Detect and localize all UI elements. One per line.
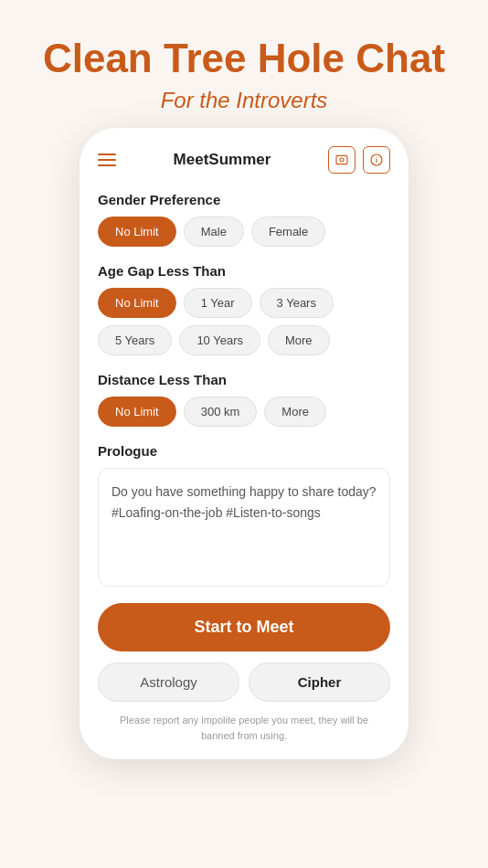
prologue-line1: Do you have something happy to share tod… [111,482,377,502]
age-3-years[interactable]: 3 Years [260,288,334,318]
svg-point-1 [340,158,344,162]
prologue-line2: #Loafing-on-the-job #Listen-to-songs [111,503,377,523]
distance-more[interactable]: More [264,397,326,427]
main-title: Clean Tree Hole Chat [43,37,445,80]
prologue-box[interactable]: Do you have something happy to share tod… [98,468,390,587]
nav-title: MeetSummer [174,151,271,169]
svg-point-4 [376,157,377,158]
cipher-button[interactable]: Cipher [249,662,390,702]
info-icon-btn[interactable] [363,146,390,174]
nav-icons [328,146,390,174]
bottom-buttons: Astrology Cipher [98,662,390,702]
age-10-years[interactable]: 10 Years [179,325,260,355]
subtitle: For the Introverts [43,88,445,113]
gender-options: No Limit Male Female [98,217,390,247]
menu-icon[interactable] [98,153,116,166]
distance-no-limit[interactable]: No Limit [98,397,176,427]
nav-bar: MeetSummer [98,146,390,174]
distance-label: Distance Less Than [98,372,390,387]
astrology-button[interactable]: Astrology [98,662,239,702]
photo-icon-btn[interactable] [328,146,355,174]
age-5-years[interactable]: 5 Years [98,325,172,355]
age-1-year[interactable]: 1 Year [184,288,252,318]
footer-text: Please report any impolite people you me… [98,713,390,743]
gender-male[interactable]: Male [184,217,244,247]
phone-frame: MeetSummer Gender Preferen [80,128,408,759]
prologue-label: Prologue [98,443,390,459]
svg-rect-0 [336,156,347,164]
age-gap-options: No Limit 1 Year 3 Years 5 Years 10 Years… [98,288,390,355]
age-no-limit[interactable]: No Limit [98,288,176,318]
gender-female[interactable]: Female [251,217,325,247]
gender-no-limit[interactable]: No Limit [98,217,176,247]
gender-label: Gender Preference [98,192,390,207]
meet-button[interactable]: Start to Meet [98,603,390,651]
distance-300km[interactable]: 300 km [184,397,258,427]
age-more[interactable]: More [268,325,330,355]
age-gap-label: Age Gap Less Than [98,263,390,279]
page-header: Clean Tree Hole Chat For the Introverts [43,0,445,113]
distance-options: No Limit 300 km More [98,397,390,427]
